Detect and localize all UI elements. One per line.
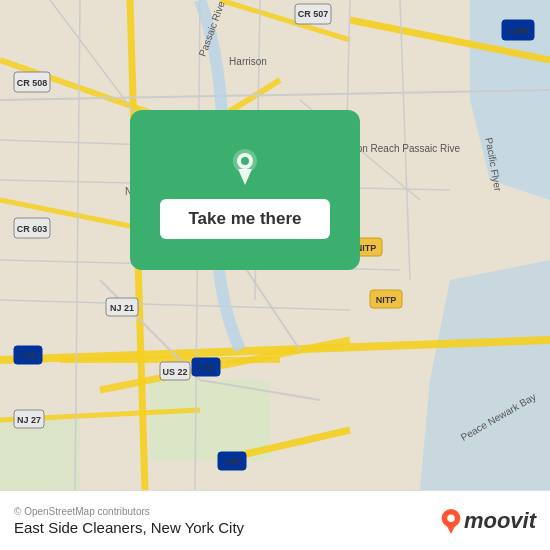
moovit-logo: moovit (440, 508, 536, 534)
svg-text:I 280: I 280 (508, 26, 528, 36)
svg-text:CR 603: CR 603 (17, 224, 48, 234)
overlay-card: Take me there (130, 110, 360, 270)
copyright-text: © OpenStreetMap contributors (14, 506, 244, 517)
take-me-there-button[interactable]: Take me there (160, 199, 329, 239)
harrison-label: Harrison (229, 56, 267, 67)
svg-marker-65 (238, 169, 252, 185)
svg-text:NJ 21: NJ 21 (110, 303, 134, 313)
svg-text:CR 508: CR 508 (17, 78, 48, 88)
moovit-logo-text: moovit (464, 508, 536, 534)
svg-marker-68 (446, 524, 455, 533)
bottom-bar: © OpenStreetMap contributors East Side C… (0, 490, 550, 550)
bottom-info: © OpenStreetMap contributors East Side C… (14, 506, 244, 536)
svg-text:I 95: I 95 (224, 457, 239, 467)
map-container: CR 507 CR 508 CR 603 I 280 NJ 21 I 78 I … (0, 0, 550, 490)
svg-text:I 78: I 78 (20, 351, 35, 361)
svg-point-64 (241, 157, 249, 165)
svg-text:US 22: US 22 (162, 367, 187, 377)
svg-rect-6 (150, 380, 270, 460)
svg-point-67 (447, 514, 454, 521)
svg-text:I 78: I 78 (198, 363, 213, 373)
moovit-pin-icon (440, 508, 462, 534)
svg-rect-7 (0, 420, 80, 490)
svg-text:NITP: NITP (376, 295, 397, 305)
location-pin-icon (221, 141, 269, 189)
cr507-label: CR 507 (298, 9, 329, 19)
location-name: East Side Cleaners, New York City (14, 519, 244, 536)
svg-text:NJ 27: NJ 27 (17, 415, 41, 425)
